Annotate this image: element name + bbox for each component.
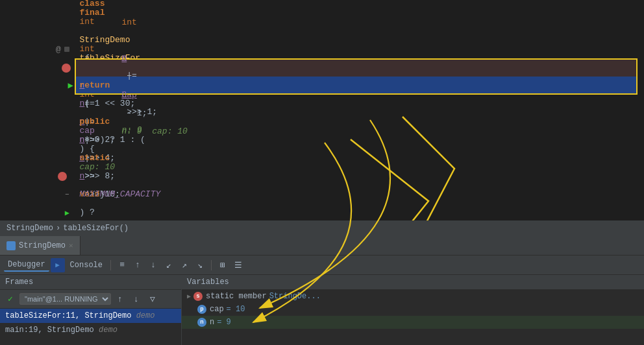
var-name-cap: cap <box>210 305 224 314</box>
var-name-static: static member <box>206 292 267 301</box>
breadcrumb-bar: StringDemo › tableSizeFor() <box>0 220 644 236</box>
step-over-btn[interactable]: ↑ <box>130 258 145 272</box>
expand-icon: ▶ <box>187 292 191 300</box>
frame-down-btn[interactable]: ↓ <box>129 292 143 306</box>
toolbar-separator-1 <box>110 260 111 270</box>
code-line-main: ▶ public static void main ( String [] ar… <box>39 204 644 220</box>
grid-view-btn[interactable]: ⊞ <box>216 258 230 272</box>
console-tab-icon: ▶ <box>51 258 65 272</box>
var-item-static[interactable]: ▶ s static member StringDe... <box>182 290 644 303</box>
step-out-btn[interactable]: ↗ <box>177 258 192 272</box>
layout-btn[interactable]: ≡ <box>115 258 129 272</box>
var-val-static: StringDe... <box>269 292 321 301</box>
step-down-btn[interactable]: ↓ <box>146 258 160 272</box>
console-tab[interactable]: Console <box>66 259 106 271</box>
breadcrumb-item-2[interactable]: tableSizeFor() <box>63 224 129 233</box>
line-gutter-12: ▶ <box>39 204 75 220</box>
var-val-cap: = 10 <box>227 305 245 314</box>
param-icon: p <box>197 305 206 314</box>
code-editor: public class StringDemo { static final i… <box>0 0 644 220</box>
var-val-n: = 9 <box>217 318 231 327</box>
frames-panel: Frames ✓ "main"@1... RUNNING ↑ ↓ ▽ table… <box>0 275 182 345</box>
toolbar-separator-2 <box>211 260 212 270</box>
frame-item-main[interactable]: main:19, StringDemo demo <box>0 323 181 337</box>
list-view-btn[interactable]: ☰ <box>231 258 245 272</box>
var-name-n: n <box>210 318 214 327</box>
static-icon: s <box>193 292 203 301</box>
thread-selector[interactable]: "main"@1... RUNNING <box>19 293 111 305</box>
breadcrumb-item-1[interactable]: StringDemo <box>6 224 53 233</box>
frame-label-tablesizefor: tableSizeFor:11, StringDemo <box>5 311 136 320</box>
var-item-n[interactable]: n n = 9 <box>182 316 644 329</box>
frame-italic-demo1: demo <box>136 311 155 320</box>
run-arrow-icon: ▶ <box>65 208 69 218</box>
frames-toolbar: ✓ "main"@1... RUNNING ↑ ↓ ▽ <box>0 290 181 309</box>
var-item-cap[interactable]: p cap = 10 <box>182 303 644 316</box>
frame-check-icon: ✓ <box>3 292 18 306</box>
tab-file-icon <box>6 241 16 250</box>
frame-label-main: main:19, StringDemo <box>5 326 99 335</box>
panels-row: Frames ✓ "main"@1... RUNNING ↑ ↓ ▽ table… <box>0 275 644 345</box>
frame-filter-btn[interactable]: ▽ <box>145 292 160 306</box>
frame-item-tablesizefor[interactable]: tableSizeFor:11, StringDemo demo <box>0 309 181 323</box>
debugger-tab[interactable]: Debugger <box>4 259 49 272</box>
frame-italic-demo2: demo <box>99 326 118 335</box>
breadcrumb-sep: › <box>56 224 60 233</box>
tab-stringdemo[interactable]: StringDemo ✕ <box>0 236 80 255</box>
step-into-btn[interactable]: ↙ <box>162 258 176 272</box>
debug-toolbar: Debugger ▶ Console ≡ ↑ ↓ ↙ ↗ ↘ ⊞ ☰ <box>0 256 644 275</box>
frames-header: Frames <box>0 275 181 290</box>
line-content-12: public static void main ( String [] args… <box>39 77 644 220</box>
tab-close-button[interactable]: ✕ <box>69 241 73 250</box>
run-to-cursor-btn[interactable]: ↘ <box>193 258 207 272</box>
variables-panel: Variables ▶ s static member StringDe... … <box>182 275 644 345</box>
tab-bar: StringDemo ✕ <box>0 236 644 256</box>
local-n-icon: n <box>197 318 206 327</box>
variables-header: Variables <box>182 275 644 290</box>
bottom-panel: Frames ✓ "main"@1... RUNNING ↑ ↓ ▽ table… <box>0 275 644 345</box>
tab-label: StringDemo <box>19 241 66 250</box>
frame-up-btn[interactable]: ↑ <box>113 292 127 306</box>
